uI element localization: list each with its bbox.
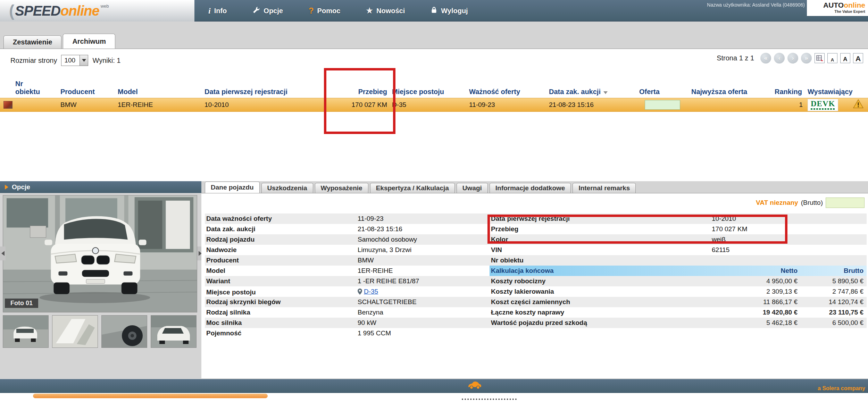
detail-value: Limuzyna, 3 Drzwi [358,245,490,255]
detail-value: 11-09-23 [358,213,490,224]
detail-value: BMW [358,255,490,266]
location-link[interactable]: D-35 [364,288,378,295]
detail-label: Miejsce postoju [205,287,358,298]
vat-value-box[interactable] [826,198,865,208]
first-page-icon: « [764,55,767,62]
col-header-nr-obiektu[interactable]: Nr obiektu [14,80,44,96]
detail-row: Data ważności oferty11-09-23 [205,213,490,224]
thumbnail-4[interactable] [151,315,197,348]
lock-icon [431,6,437,16]
detail-tabs: Dane pojazdu Uszkodzenia Wyposażenie Eks… [205,181,636,193]
cell-model: 1ER-REIHE [116,101,203,109]
menu-item-label: Nowości [376,7,405,15]
thumbnail-2-image [52,316,98,347]
tab-archiwum[interactable]: Archiwum [63,34,115,49]
calc-brutto: 14 120,74 € [800,297,866,307]
detail-label: VIN [490,245,712,255]
logo-swoosh-icon: ( [9,1,14,20]
devk-logo-subtext [811,108,835,110]
detail-label: Przebieg [490,224,712,234]
thumbnail-1[interactable] [3,315,49,348]
vehicle-photo[interactable] [3,195,197,312]
bottom-dotted-line [462,399,517,400]
col-header-model[interactable]: Model [116,88,203,96]
menu-item-opcje[interactable]: Opcje [252,6,283,16]
warning-icon[interactable] [853,99,864,109]
calculation-row: Koszt części zamiennych11 866,17 €14 120… [490,297,867,307]
calc-netto: 5 462,18 € [712,318,800,328]
prev-page-button[interactable]: ‹ [774,53,785,64]
first-page-button[interactable]: « [760,53,771,64]
photo-caption: Foto 01 [5,299,38,308]
font-size-small-button[interactable]: A [827,53,837,63]
logo-speed-text: SPEED [15,3,60,19]
solera-company-label: a Solera company [818,385,865,392]
col-header-przebieg[interactable]: Przebieg [330,88,391,96]
export-button[interactable] [815,53,825,63]
col-header-data-zak-aukcji[interactable]: Data zak. aukcji [548,88,638,96]
tab-uszkodzenia[interactable]: Uszkodzenia [261,183,313,193]
tab-label: Dane pojazdu [211,184,254,191]
calculation-row: Koszty lakierowania2 309,13 €2 747,86 € [490,286,867,297]
col-header-producent[interactable]: Producent [59,88,116,96]
main-menu: i Info Opcje ? Pomoc ★ Nowości Wyloguj [208,0,468,22]
table-row[interactable]: BMW 1ER-REIHE 10-2010 170 027 KM D-35 11… [0,98,868,112]
detail-value: 1 995 CCM [358,328,490,338]
detail-value: D-35 [358,286,490,298]
calc-label: Łączne koszty naprawy [490,307,712,318]
menu-item-info[interactable]: i Info [208,6,227,16]
detail-row: ProducentBMW [205,255,490,266]
col-header-wystawiajacy[interactable]: Wystawiający [806,88,851,96]
calc-label: Wartość pojazdu przed szkodą [490,318,712,328]
toolbar-right: Strona 1 z 1 « ‹ › » A A A [717,53,863,64]
col-header-waznosc-oferty[interactable]: Ważność oferty [468,88,548,96]
last-page-button[interactable]: » [801,53,812,64]
detail-label: Model [205,266,358,276]
options-bar[interactable]: Opcje [0,181,201,193]
export-table-icon [816,55,824,62]
font-a-icon: A [856,55,861,62]
tab-zestawienie[interactable]: Zestawienie [3,35,61,49]
menu-item-nowosci[interactable]: ★ Nowości [366,6,405,15]
detail-label: Rodzaj silnika [205,307,358,318]
brand-tagline: The Value Expert [810,9,865,14]
cell-przebieg: 170 027 KM [330,101,391,109]
thumbnail-3[interactable] [101,315,147,348]
autoonline-brand-logo: AUTOonline The Value Expert [807,0,868,16]
col-header-ranking[interactable]: Ranking [773,88,806,96]
select-button[interactable] [80,55,88,66]
detail-label: Data ważności oferty [205,213,358,224]
col-header-najwyzsza-oferta[interactable]: Najwyższa oferta [690,88,773,96]
tab-wyposazenie[interactable]: Wyposażenie [315,183,368,193]
font-size-medium-button[interactable]: A [840,53,850,63]
page-size-select[interactable]: 100 [61,55,88,66]
tab-informacje-dodatkowe[interactable]: Informacje dodatkowe [490,183,571,193]
font-a-icon: A [843,56,847,62]
chevron-right-icon [5,185,8,190]
thumbnail-2[interactable] [52,315,98,348]
tab-dane-pojazdu[interactable]: Dane pojazdu [205,182,260,193]
menu-item-wyloguj[interactable]: Wyloguj [431,6,468,16]
col-header-oferta[interactable]: Oferta [638,88,690,96]
tab-uwagi[interactable]: Uwagi [457,183,488,193]
photo-prev-button[interactable] [0,246,6,260]
tab-internal-remarks[interactable]: Internal remarks [573,183,636,193]
vat-label: VAT nieznany [756,199,798,207]
col-header-data-rejestracji[interactable]: Data pierwszej rejestracji [203,88,330,96]
logo-web-superscript: web [101,3,109,9]
cell-data-zak-aukcji: 21-08-23 15:16 [548,101,638,109]
detail-label: Pojemność [205,328,358,338]
tab-ekspertyza-kalkulacja[interactable]: Ekspertyza / Kalkulacja [370,183,455,193]
detail-label: Producent [205,255,358,266]
detail-value: 90 kW [358,318,490,328]
tab-label: Archiwum [72,37,106,45]
cell-oferta [638,100,690,110]
detail-label: Wariant [205,276,358,286]
next-page-button[interactable]: › [787,53,798,64]
calc-label: Koszt części zamiennych [490,297,712,307]
offer-input-box[interactable] [645,100,680,110]
tab-label: Informacje dodatkowe [495,184,565,192]
menu-item-pomoc[interactable]: ? Pomoc [309,6,340,16]
font-size-large-button[interactable]: A [853,53,863,63]
col-header-miejsce-postoju[interactable]: Miejsce postoju [391,88,468,96]
